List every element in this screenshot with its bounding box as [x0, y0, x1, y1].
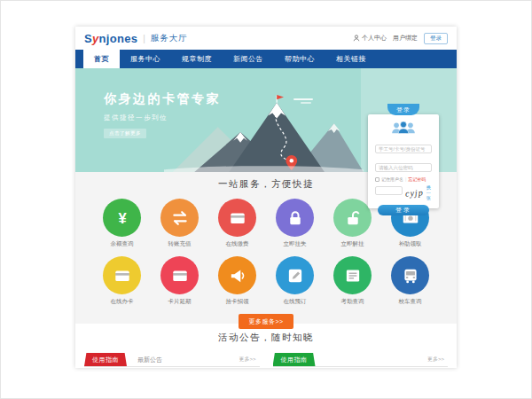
announcement-box-left: 使用指南 最新公告 更多>>: [84, 353, 260, 367]
login-tab[interactable]: 登录: [387, 104, 419, 115]
service-label: 在线办卡: [103, 298, 141, 306]
service-item[interactable]: 在线缴费: [218, 199, 256, 248]
hero-title: 你身边的卡管专家: [104, 91, 221, 107]
list-icon[interactable]: [333, 256, 372, 294]
announcement-box-right: 使用指南 更多>>: [273, 353, 449, 367]
service-label: 卡片延期: [160, 298, 199, 306]
nav-item[interactable]: 服务中心: [120, 50, 171, 68]
service-item[interactable]: 立即解挂: [333, 199, 372, 248]
remember-row: 记住用户名 | 忘记密码: [375, 176, 432, 182]
hero-copy: 你身边的卡管专家 提供捷径一步到位 点击了解更多: [104, 91, 221, 138]
megaphone-icon[interactable]: [218, 256, 256, 294]
site-header: Synjones | 服务大厅 个人中心 用户绑定 登录: [75, 27, 457, 50]
logo-accent: y: [92, 32, 99, 45]
right-more-link[interactable]: 更多>>: [427, 356, 444, 364]
yen-icon[interactable]: ¥: [103, 199, 141, 237]
service-label: 考勤查询: [333, 298, 372, 306]
announcements-title: 活动公告，随时知晓: [75, 332, 457, 344]
svg-text:¥: ¥: [118, 210, 127, 226]
main-nav: 首页服务中心规章制度新闻公告帮助中心相关链接: [75, 50, 457, 68]
left-more-link[interactable]: 更多>>: [239, 356, 255, 364]
service-item[interactable]: 在线办卡: [103, 256, 141, 306]
left-ribbon-tab[interactable]: 使用指南: [84, 353, 127, 366]
account-input[interactable]: [375, 145, 432, 153]
person-icon: [353, 35, 360, 42]
service-item[interactable]: 在线预订: [276, 256, 314, 306]
login-panel: 登录: [368, 114, 439, 208]
personal-center-link[interactable]: 个人中心: [353, 34, 387, 43]
transfer-icon[interactable]: [160, 199, 199, 237]
hero-subtitle: 提供捷径一步到位: [104, 113, 221, 122]
password-input[interactable]: [375, 163, 432, 172]
portal-page: Synjones | 服务大厅 个人中心 用户绑定 登录 首页服务中心规章制度新…: [75, 27, 457, 368]
right-ribbon-tab[interactable]: 使用指南: [273, 353, 316, 366]
login-submit-button[interactable]: 登录: [378, 205, 429, 215]
remember-checkbox[interactable]: [375, 177, 379, 182]
captcha-refresh-link[interactable]: 换一张: [426, 184, 432, 200]
service-label: 校车查询: [391, 298, 429, 306]
nav-item[interactable]: 相关链接: [325, 50, 377, 68]
service-label: 拾卡招领: [218, 298, 256, 306]
announcements-section: 活动公告，随时知晓 使用指南 最新公告 更多>> 使用指南 更多>>: [75, 324, 457, 367]
header-actions: 个人中心 用户绑定 登录: [353, 33, 448, 44]
screenshot-frame: Synjones | 服务大厅 个人中心 用户绑定 登录 首页服务中心规章制度新…: [0, 0, 532, 399]
service-label: 立即挂失: [276, 240, 314, 248]
nav-item[interactable]: 帮助中心: [274, 50, 325, 68]
hero-banner: 你身边的卡管专家 提供捷径一步到位 点击了解更多: [75, 68, 457, 172]
logo-divider: |: [143, 34, 145, 43]
logo[interactable]: Synjones: [84, 32, 137, 45]
remember-label: 记住用户名: [381, 176, 403, 182]
bus-icon[interactable]: [391, 256, 429, 294]
announcement-boxes: 使用指南 最新公告 更多>> 使用指南 更多>>: [75, 353, 457, 367]
nav-item[interactable]: 首页: [83, 50, 120, 68]
service-label: 立即解挂: [333, 240, 372, 248]
latest-announcements-tab[interactable]: 最新公告: [137, 356, 162, 364]
services-row-2: 在线办卡卡片延期拾卡招领在线预订考勤查询校车查询: [75, 256, 457, 306]
users-group-icon: [368, 120, 439, 136]
captcha-input[interactable]: [375, 186, 403, 195]
login-form: 记住用户名 | 忘记密码 cyjp 换一张 登录: [368, 136, 439, 215]
lock-icon[interactable]: [276, 199, 314, 237]
captcha-image[interactable]: cyjp: [405, 187, 424, 198]
service-item[interactable]: ¥余额查询: [103, 199, 141, 248]
service-item[interactable]: 卡片延期: [160, 256, 199, 306]
unlock-icon[interactable]: [333, 199, 372, 237]
service-label: 补助领取: [391, 240, 429, 248]
service-item[interactable]: 校车查询: [391, 256, 429, 306]
service-item[interactable]: 转账充值: [160, 199, 199, 248]
captcha-row: cyjp 换一张: [375, 184, 432, 200]
nav-item[interactable]: 新闻公告: [223, 50, 274, 68]
card-icon[interactable]: [218, 199, 256, 237]
service-label: 在线缴费: [218, 240, 256, 248]
header-login-button[interactable]: 登录: [424, 33, 448, 44]
service-label: 余额查询: [103, 240, 141, 248]
site-tagline: 服务大厅: [151, 33, 188, 44]
service-label: 在线预订: [276, 298, 314, 306]
service-item[interactable]: 考勤查询: [333, 256, 372, 306]
service-label: 转账充值: [160, 240, 199, 248]
nav-item[interactable]: 规章制度: [171, 50, 223, 68]
edit-icon[interactable]: [276, 256, 314, 294]
card-icon[interactable]: [160, 256, 199, 294]
user-bind-link[interactable]: 用户绑定: [393, 34, 418, 43]
more-services-button[interactable]: 更多服务>>: [239, 314, 293, 329]
service-item[interactable]: 立即挂失: [276, 199, 314, 248]
service-item[interactable]: 拾卡招领: [218, 256, 256, 306]
card-icon[interactable]: [103, 256, 141, 294]
flag-icon: [277, 95, 284, 99]
hero-cta-button[interactable]: 点击了解更多: [104, 129, 146, 138]
forgot-password-link[interactable]: 忘记密码: [408, 176, 426, 182]
